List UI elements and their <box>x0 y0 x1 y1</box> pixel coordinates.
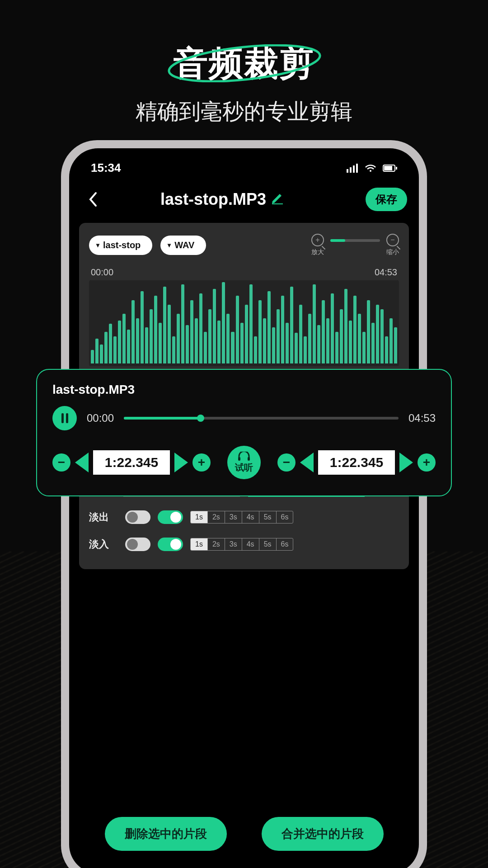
fade-out-toggle-a[interactable] <box>125 510 150 524</box>
file-title: last-stop.MP3 <box>160 190 266 209</box>
zoom-slider[interactable] <box>330 239 380 242</box>
fade-in-duration-segments[interactable]: 1s2s3s4s5s6s <box>190 538 293 551</box>
screen: 15:34 last-stop.MP3 保存 ▾ <box>69 148 419 868</box>
duration-segment[interactable]: 4s <box>242 538 259 550</box>
end-next-icon[interactable] <box>399 453 413 472</box>
end-plus-button[interactable]: + <box>418 453 436 472</box>
save-button[interactable]: 保存 <box>366 188 407 211</box>
phone-frame: 15:34 last-stop.MP3 保存 ▾ <box>61 140 427 868</box>
file-chip[interactable]: ▾ last-stop <box>89 236 152 255</box>
preview-button[interactable]: 试听 <box>227 446 261 479</box>
player-overlay: last-stop.MP3 00:00 04:53 − 1:22.345 + 试… <box>36 369 452 496</box>
end-prev-icon[interactable] <box>300 453 314 472</box>
headphones-icon <box>237 452 251 461</box>
fade-in-toggle-b[interactable] <box>158 538 183 551</box>
fade-in-toggle-a[interactable] <box>125 538 150 551</box>
svg-point-5 <box>370 170 371 172</box>
overlay-title: last-stop.MP3 <box>52 382 436 397</box>
zoom-out-label: 缩小 <box>386 248 399 256</box>
pause-icon <box>61 413 68 423</box>
zoom-out-icon[interactable] <box>386 234 399 246</box>
fade-in-label: 淡入 <box>89 538 118 551</box>
svg-rect-10 <box>238 457 240 461</box>
signal-icon <box>347 164 358 173</box>
start-plus-button[interactable]: + <box>192 453 211 472</box>
hero: 音频裁剪 精确到毫秒的专业剪辑 <box>0 0 488 126</box>
duration-segment[interactable]: 1s <box>191 538 208 550</box>
svg-rect-1 <box>347 169 348 173</box>
file-chip-label: last-stop <box>103 240 141 250</box>
delete-segment-button[interactable]: 删除选中的片段 <box>105 817 227 851</box>
duration-segment[interactable]: 2s <box>208 511 225 523</box>
start-minus-button[interactable]: − <box>52 453 70 472</box>
wifi-icon <box>365 164 376 173</box>
duration-segment[interactable]: 4s <box>242 511 259 523</box>
start-prev-icon[interactable] <box>75 453 89 472</box>
svg-rect-3 <box>353 165 355 173</box>
end-time-group: − 1:22.345 + <box>277 450 436 475</box>
hero-subtitle: 精确到毫秒的专业剪辑 <box>0 97 488 126</box>
chevron-down-icon: ▾ <box>168 241 171 249</box>
fade-out-toggle-b[interactable] <box>158 510 183 524</box>
battery-icon <box>383 164 397 172</box>
svg-rect-2 <box>350 167 352 173</box>
back-button[interactable] <box>83 189 103 209</box>
overlay-progress[interactable] <box>124 417 399 420</box>
appbar-title-wrap: last-stop.MP3 <box>160 190 284 209</box>
status-bar: 15:34 <box>69 148 419 179</box>
overlay-total-time: 04:53 <box>408 412 436 425</box>
end-minus-button[interactable]: − <box>277 453 296 472</box>
duration-segment[interactable]: 3s <box>225 538 242 550</box>
fade-out-row: 淡出 1s2s3s4s5s6s <box>89 510 399 524</box>
duration-segment[interactable]: 5s <box>259 511 277 523</box>
zoom-in-label: 放大 <box>311 248 324 256</box>
duration-segment[interactable]: 6s <box>277 538 293 550</box>
preview-label: 试听 <box>235 462 253 474</box>
fade-out-label: 淡出 <box>89 510 118 524</box>
duration-segment[interactable]: 2s <box>208 538 225 550</box>
duration-segment[interactable]: 5s <box>259 538 277 550</box>
svg-rect-9 <box>272 203 283 204</box>
svg-rect-7 <box>384 166 392 170</box>
waveform[interactable] <box>89 280 399 366</box>
fade-in-row: 淡入 1s2s3s4s5s6s <box>89 538 399 551</box>
format-chip[interactable]: ▾ WAV <box>160 236 206 255</box>
duration-segment[interactable]: 1s <box>191 511 208 523</box>
overlay-current-time: 00:00 <box>87 412 114 425</box>
svg-rect-4 <box>356 164 358 173</box>
waveform-area: 00:00 04:53 <box>89 267 399 366</box>
status-time: 15:34 <box>91 161 121 175</box>
start-time-group: − 1:22.345 + <box>52 450 211 475</box>
wave-end-label: 04:53 <box>375 267 397 278</box>
format-chip-label: WAV <box>174 240 194 250</box>
end-time-input[interactable]: 1:22.345 <box>318 450 395 475</box>
merge-segment-button[interactable]: 合并选中的片段 <box>262 817 384 851</box>
duration-segment[interactable]: 6s <box>277 511 293 523</box>
bottom-actions: 删除选中的片段 合并选中的片段 <box>69 817 419 868</box>
wave-start-label: 00:00 <box>91 267 113 278</box>
svg-rect-8 <box>396 167 397 170</box>
fade-out-duration-segments[interactable]: 1s2s3s4s5s6s <box>190 511 293 524</box>
edit-icon[interactable] <box>271 190 284 209</box>
svg-rect-11 <box>248 457 250 461</box>
start-next-icon[interactable] <box>174 453 188 472</box>
pause-button[interactable] <box>52 406 77 430</box>
start-time-input[interactable]: 1:22.345 <box>93 450 170 475</box>
zoom-control: 放大 缩小 <box>311 234 399 256</box>
zoom-in-icon[interactable] <box>311 234 324 246</box>
app-bar: last-stop.MP3 保存 <box>69 179 419 219</box>
chevron-down-icon: ▾ <box>96 241 99 249</box>
hero-title: 音频裁剪 <box>174 41 314 87</box>
duration-segment[interactable]: 3s <box>225 511 242 523</box>
